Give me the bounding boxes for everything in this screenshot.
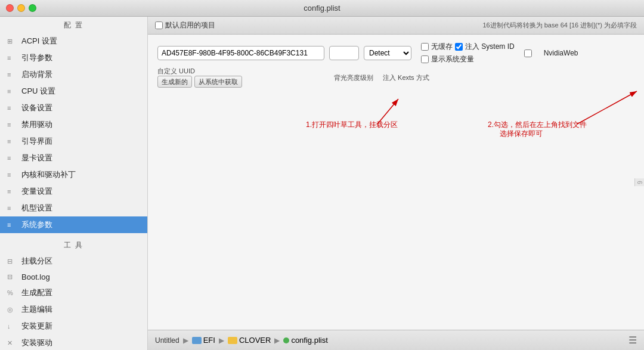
nvidia-web-checkbox[interactable] xyxy=(524,49,532,57)
install-driver-label: 安装驱动 xyxy=(21,337,52,348)
step2-line2: 选择保存即可 xyxy=(500,129,543,138)
labels-row: 自定义 UUID 生成新的 从系统中获取 背光亮度级别 注入 Kexts 方式 xyxy=(157,67,634,88)
config-file-icon xyxy=(283,337,289,343)
bottom-bar: Untitled ▶ EFI ▶ CLOVER ▶ config.plist ☰ xyxy=(148,330,644,350)
kernel-patch-icon: ≡ xyxy=(7,171,18,178)
content-body: Detect 无缓存 注入 System ID 显示系统变量 xyxy=(148,35,644,330)
sys-params-label: 系统参数 xyxy=(21,219,52,230)
gen-new-button[interactable]: 生成新的 xyxy=(157,76,192,88)
sidebar-item-startup-bg[interactable]: ≡ 启动背景 xyxy=(0,66,147,83)
breadcrumb-efi[interactable]: EFI xyxy=(192,336,215,345)
sys-params-icon: ≡ xyxy=(7,221,18,228)
mount-icon: ⊟ xyxy=(7,258,18,265)
devices-label: 设备设置 xyxy=(21,103,52,113)
right-edge-label: 6 xyxy=(634,178,644,187)
controls-row: Detect 无缓存 注入 System ID 显示系统变量 xyxy=(157,42,634,64)
gen-config-icon: % xyxy=(7,289,18,296)
bootlog-icon: ⊟ xyxy=(7,273,18,281)
acpi-icon: ⊞ xyxy=(7,38,18,45)
gpu-label: 显卡设置 xyxy=(21,153,52,163)
sidebar-item-install-update[interactable]: ↓ 安装更新 xyxy=(0,318,147,334)
brightness-input[interactable] xyxy=(329,46,359,60)
maximize-button[interactable] xyxy=(29,4,36,12)
sidebar-item-install-driver[interactable]: ✕ 安装驱动 xyxy=(0,334,147,350)
inject-system-id-label: 注入 System ID xyxy=(465,42,515,52)
show-sys-vars-item: 显示系统变量 xyxy=(421,54,515,64)
inject-kexts-select[interactable]: Detect xyxy=(364,46,411,60)
breadcrumb-clover[interactable]: CLOVER xyxy=(228,336,271,345)
main-container: 配 置 ⊞ ACPI 设置 ≡ 引导参数 ≡ 启动背景 ≡ CPU 设置 ≡ 设… xyxy=(0,17,644,350)
uuid-section: 自定义 UUID 生成新的 从系统中获取 xyxy=(157,67,324,88)
sidebar-item-theme-editor[interactable]: ◎ 主题编辑 xyxy=(0,301,147,318)
variables-icon: ≡ xyxy=(7,188,18,195)
header-note: 16进制代码将转换为 base 64 [16 进制](*) 为必填字段 xyxy=(482,21,637,30)
breadcrumb-sep-1: ▶ xyxy=(183,336,188,345)
model-label: 机型设置 xyxy=(21,203,52,213)
install-update-label: 安装更新 xyxy=(21,321,52,332)
svg-line-9 xyxy=(577,91,637,124)
breadcrumb-sep-3: ▶ xyxy=(274,336,280,345)
right-checkboxes: 无缓存 注入 System ID 显示系统变量 xyxy=(421,42,515,64)
sidebar-item-model[interactable]: ≡ 机型设置 xyxy=(0,200,147,216)
boot-args-icon: ≡ xyxy=(7,54,18,61)
sidebar-item-gen-config[interactable]: % 生成配置 xyxy=(0,284,147,301)
theme-editor-icon: ◎ xyxy=(7,306,18,314)
sidebar-item-boot-ui[interactable]: ≡ 引导界面 xyxy=(0,133,147,150)
svg-line-8 xyxy=(377,99,398,124)
brightness-label: 背光亮度级别 xyxy=(334,74,373,81)
show-sys-vars-checkbox[interactable] xyxy=(421,55,429,63)
default-item-label: 默认启用的项目 xyxy=(165,20,215,30)
startup-bg-label: 启动背景 xyxy=(21,69,52,80)
sidebar-item-bootlog[interactable]: ⊟ Boot.log xyxy=(0,270,147,284)
default-item-checkbox[interactable] xyxy=(155,21,163,29)
step2-line1: 2.勾选，然后在左上角找到文件 xyxy=(488,120,587,129)
sidebar-item-devices[interactable]: ≡ 设备设置 xyxy=(0,100,147,116)
bottom-bar-right: ☰ xyxy=(628,334,637,346)
show-sys-vars-label: 显示系统变量 xyxy=(431,54,474,64)
boot-args-label: 引导参数 xyxy=(21,52,52,63)
sidebar-item-kernel-patch[interactable]: ≡ 内核和驱动补丁 xyxy=(0,166,147,183)
sidebar-item-gpu[interactable]: ≡ 显卡设置 xyxy=(0,150,147,166)
sidebar-item-boot-args[interactable]: ≡ 引导参数 xyxy=(0,49,147,66)
sidebar-item-acpi[interactable]: ⊞ ACPI 设置 xyxy=(0,33,147,49)
content-header: 默认启用的项目 16进制代码将转换为 base 64 [16 进制](*) 为必… xyxy=(148,17,644,35)
boot-ui-label: 引导界面 xyxy=(21,136,52,147)
step1-annotation: 1.打开四叶草工具，挂载分区 xyxy=(306,120,398,129)
breadcrumb-untitled-label: Untitled xyxy=(155,336,179,345)
window-controls xyxy=(6,4,36,12)
bootlog-label: Boot.log xyxy=(21,272,50,281)
uuid-label: 自定义 UUID xyxy=(157,67,324,76)
clover-folder-icon xyxy=(228,337,237,344)
inject-kexts-label-container: 注入 Kexts 方式 xyxy=(383,73,429,82)
nvidia-web-label: NvidiaWeb xyxy=(544,49,578,57)
boot-ui-icon: ≡ xyxy=(7,138,18,145)
no-cache-label: 无缓存 xyxy=(431,42,453,52)
sidebar-item-variables[interactable]: ≡ 变量设置 xyxy=(0,183,147,200)
sidebar-item-cpu[interactable]: ≡ CPU 设置 xyxy=(0,83,147,100)
uuid-input[interactable] xyxy=(157,46,324,60)
inject-system-id-checkbox[interactable] xyxy=(455,43,463,51)
sidebar-item-mount[interactable]: ⊟ 挂载分区 xyxy=(0,253,147,270)
kernel-patch-label: 内核和驱动补丁 xyxy=(21,169,76,180)
sidebar-item-sys-params[interactable]: ≡ 系统参数 xyxy=(0,216,147,233)
inject-kexts-label: 注入 Kexts 方式 xyxy=(383,74,429,81)
breadcrumb-sep-2: ▶ xyxy=(219,336,224,345)
startup-bg-icon: ≡ xyxy=(7,71,18,78)
devices-icon: ≡ xyxy=(7,104,18,111)
gpu-icon: ≡ xyxy=(7,154,18,162)
from-system-button[interactable]: 从系统中获取 xyxy=(194,76,242,88)
uuid-action-buttons: 生成新的 从系统中获取 xyxy=(157,76,242,88)
breadcrumb-clover-label: CLOVER xyxy=(239,336,271,345)
sidebar: 配 置 ⊞ ACPI 设置 ≡ 引导参数 ≡ 启动背景 ≡ CPU 设置 ≡ 设… xyxy=(0,17,148,350)
minimize-button[interactable] xyxy=(17,4,25,12)
sidebar-item-disable-driver[interactable]: ≡ 禁用驱动 xyxy=(0,116,147,133)
content-area: 默认启用的项目 16进制代码将转换为 base 64 [16 进制](*) 为必… xyxy=(148,17,644,350)
disable-driver-label: 禁用驱动 xyxy=(21,119,52,130)
disable-driver-icon: ≡ xyxy=(7,121,18,128)
no-cache-checkbox[interactable] xyxy=(421,43,429,51)
close-button[interactable] xyxy=(6,4,14,12)
breadcrumb-config[interactable]: config.plist xyxy=(283,336,327,345)
config-section-title: 配 置 xyxy=(0,17,147,33)
theme-editor-label: 主题编辑 xyxy=(21,304,52,315)
hamburger-menu-button[interactable]: ☰ xyxy=(628,335,637,345)
